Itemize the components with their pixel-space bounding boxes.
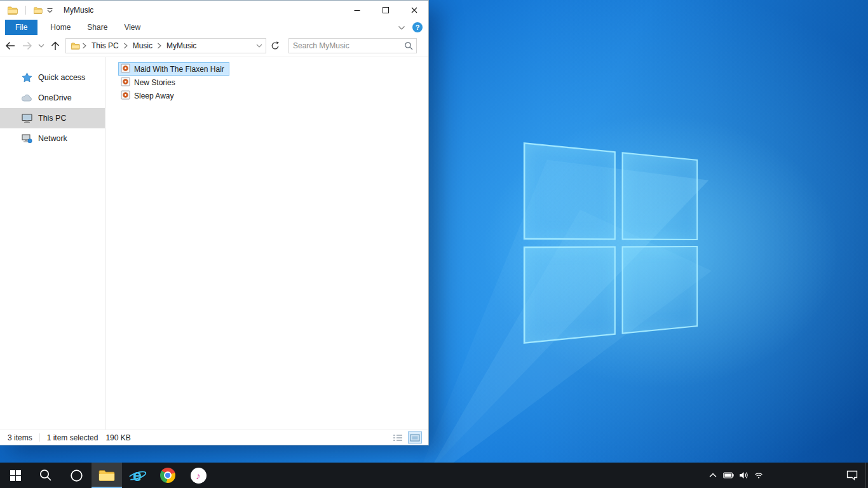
cortana-button[interactable] <box>61 463 92 488</box>
window-folder-icon <box>6 6 20 15</box>
taskbar-file-explorer-button[interactable] <box>92 463 122 488</box>
chevron-down-icon <box>256 44 262 48</box>
windows-start-icon <box>10 470 21 481</box>
caption-buttons <box>342 1 428 20</box>
address-bar[interactable]: This PC Music MyMusic <box>65 38 266 53</box>
thumbnails-view-button[interactable] <box>408 431 422 444</box>
sidebar-item-label: Quick access <box>38 73 85 82</box>
address-bar-row: This PC Music MyMusic <box>0 35 428 57</box>
internet-explorer-icon: e <box>128 467 146 484</box>
crumb-chevron-icon[interactable] <box>123 43 128 49</box>
file-list[interactable]: Maid With The Flaxen Hair New Stories Sl… <box>105 57 428 430</box>
breadcrumb-this-pc[interactable]: This PC <box>87 41 123 50</box>
address-dropdown-button[interactable] <box>253 39 266 53</box>
taskbar-itunes-button[interactable]: ♪ <box>183 463 214 488</box>
windows-logo-pane <box>524 142 616 240</box>
windows-logo-pane <box>524 246 616 344</box>
up-button[interactable] <box>47 37 64 54</box>
breadcrumb-mymusic[interactable]: MyMusic <box>162 41 201 50</box>
chrome-icon <box>160 468 175 483</box>
expand-ribbon-chevron-icon[interactable] <box>398 22 405 33</box>
file-name: New Stories <box>134 78 175 87</box>
file-row-new-stories[interactable]: New Stories <box>118 76 180 89</box>
qat-separator <box>25 6 26 15</box>
file-explorer-icon <box>98 469 115 482</box>
recent-locations-button[interactable] <box>36 37 46 54</box>
screen: MyMusic File Home Share View <box>0 0 868 488</box>
chevron-up-icon <box>709 473 717 478</box>
search-icon <box>39 468 53 482</box>
minimize-button[interactable] <box>342 1 371 20</box>
speaker-icon <box>739 471 749 479</box>
network-wifi-button[interactable] <box>751 463 766 488</box>
qat-folder-button[interactable] <box>32 7 44 14</box>
tab-view[interactable]: View <box>116 20 149 35</box>
sidebar-item-label: Network <box>38 134 67 143</box>
crumb-chevron-icon[interactable] <box>82 43 87 49</box>
thumbnails-view-icon <box>410 434 420 442</box>
breadcrumb-music[interactable]: Music <box>128 41 157 50</box>
details-view-icon <box>393 434 403 442</box>
file-name: Sleep Away <box>134 92 174 100</box>
details-view-button[interactable] <box>391 431 405 444</box>
volume-button[interactable] <box>736 463 751 488</box>
search-icon[interactable] <box>401 41 416 50</box>
maximize-icon <box>382 6 390 14</box>
help-button[interactable]: ? <box>412 22 423 32</box>
ribbon-tabs: File Home Share View ? <box>0 20 428 35</box>
taskbar-search-button[interactable] <box>31 463 61 488</box>
maximize-button[interactable] <box>371 1 400 20</box>
sidebar-item-label: This PC <box>38 114 66 123</box>
window-title: MyMusic <box>64 6 93 15</box>
explorer-window: MyMusic File Home Share View <box>0 0 429 445</box>
windows-logo-pane <box>622 246 698 334</box>
qat-customize-chevron-icon[interactable] <box>44 8 55 13</box>
sidebar-item-network[interactable]: Network <box>0 128 105 149</box>
sidebar-item-quick-access[interactable]: Quick access <box>0 67 105 88</box>
status-item-count: 3 items <box>8 433 32 442</box>
itunes-icon: ♪ <box>191 468 207 484</box>
file-row-maid-with-the-flaxen-hair[interactable]: Maid With The Flaxen Hair <box>118 62 229 76</box>
back-button[interactable] <box>2 37 18 54</box>
breadcrumb: This PC Music MyMusic <box>66 39 253 53</box>
music-file-icon <box>121 77 130 88</box>
forward-button[interactable] <box>19 37 36 54</box>
start-button[interactable] <box>0 463 31 488</box>
cortana-icon <box>70 469 83 482</box>
show-desktop-button[interactable] <box>865 463 868 488</box>
action-center-button[interactable] <box>839 463 865 488</box>
sidebar-item-onedrive[interactable]: OneDrive <box>0 88 105 108</box>
system-tray <box>705 463 766 488</box>
tab-home[interactable]: Home <box>42 20 79 35</box>
star-icon <box>21 72 32 83</box>
sidebar-item-label: OneDrive <box>38 93 72 102</box>
file-name: Maid With The Flaxen Hair <box>134 65 224 74</box>
title-bar[interactable]: MyMusic <box>0 1 428 20</box>
close-icon <box>410 6 418 14</box>
tab-share[interactable]: Share <box>79 20 116 35</box>
sidebar-item-this-pc[interactable]: This PC <box>0 108 105 128</box>
tab-file[interactable]: File <box>5 20 37 35</box>
close-button[interactable] <box>400 1 428 20</box>
status-selection: 1 item selected <box>47 433 98 442</box>
taskbar-chrome-button[interactable] <box>153 463 183 488</box>
taskbar: e ♪ <box>0 463 868 488</box>
wifi-icon <box>754 471 764 479</box>
hidden-icons-button[interactable] <box>705 463 721 488</box>
file-row-sleep-away[interactable]: Sleep Away <box>118 89 179 102</box>
refresh-icon <box>271 41 280 50</box>
forward-arrow-icon <box>22 41 33 50</box>
search-box <box>288 38 417 53</box>
refresh-button[interactable] <box>267 38 283 53</box>
battery-icon <box>723 472 734 478</box>
network-icon <box>21 134 32 143</box>
windows-logo-pane <box>622 152 698 240</box>
monitor-icon <box>21 114 32 123</box>
taskbar-internet-explorer-button[interactable]: e <box>122 463 153 488</box>
music-file-icon <box>121 64 130 75</box>
status-size: 190 KB <box>105 433 130 442</box>
search-input[interactable] <box>289 41 401 50</box>
up-arrow-icon <box>51 41 60 51</box>
crumb-chevron-icon[interactable] <box>157 43 162 49</box>
battery-button[interactable] <box>721 463 736 488</box>
